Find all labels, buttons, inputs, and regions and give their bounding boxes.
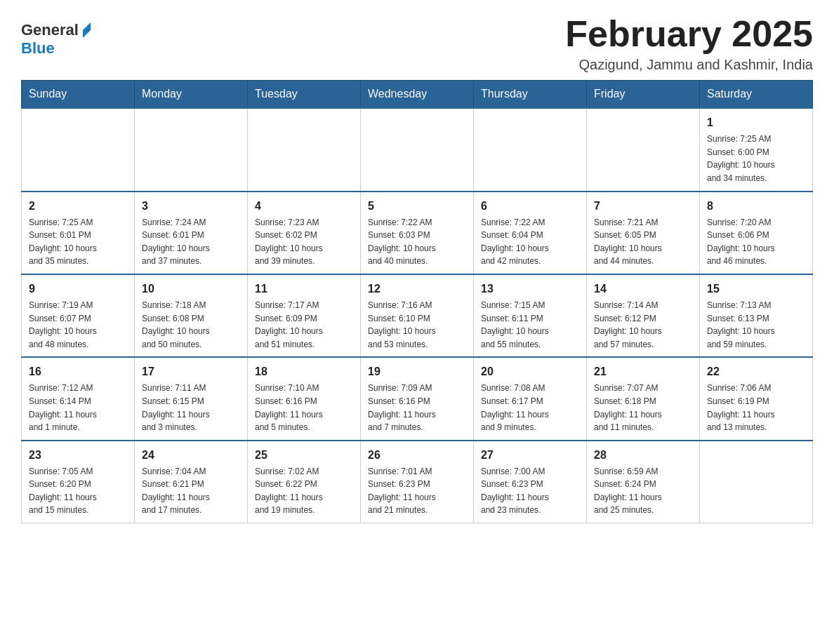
day-info: Sunrise: 7:21 AMSunset: 6:05 PMDaylight:… [594,216,692,268]
day-number: 15 [707,281,805,297]
day-number: 23 [29,447,127,464]
column-header-sunday: Sunday [22,81,135,109]
day-number: 11 [255,281,353,297]
calendar-cell: 10Sunrise: 7:18 AMSunset: 6:08 PMDayligh… [135,274,248,357]
day-number: 6 [481,198,579,215]
calendar-cell [135,108,248,191]
day-info: Sunrise: 7:04 AMSunset: 6:21 PMDaylight:… [142,465,240,517]
day-info: Sunrise: 7:08 AMSunset: 6:17 PMDaylight:… [481,382,579,434]
day-info: Sunrise: 7:15 AMSunset: 6:11 PMDaylight:… [481,299,579,351]
day-number: 16 [29,363,127,380]
day-info: Sunrise: 7:25 AMSunset: 6:00 PMDaylight:… [707,133,805,185]
day-number: 5 [368,198,466,215]
calendar-cell: 14Sunrise: 7:14 AMSunset: 6:12 PMDayligh… [587,274,700,357]
calendar-cell [474,108,587,191]
page-header: General Blue February 2025 Qazigund, Jam… [21,14,813,73]
calendar-table: SundayMondayTuesdayWednesdayThursdayFrid… [21,80,813,523]
logo: General Blue [21,21,91,58]
calendar-cell: 2Sunrise: 7:25 AMSunset: 6:01 PMDaylight… [22,192,135,274]
day-number: 10 [142,281,240,297]
day-info: Sunrise: 7:10 AMSunset: 6:16 PMDaylight:… [255,382,353,434]
calendar-cell: 15Sunrise: 7:13 AMSunset: 6:13 PMDayligh… [700,274,813,357]
day-info: Sunrise: 7:07 AMSunset: 6:18 PMDaylight:… [594,382,692,434]
calendar-week-2: 2Sunrise: 7:25 AMSunset: 6:01 PMDaylight… [22,192,813,274]
day-number: 9 [29,281,127,297]
column-header-monday: Monday [135,81,248,109]
calendar-cell: 28Sunrise: 6:59 AMSunset: 6:24 PMDayligh… [587,441,700,523]
calendar-cell: 25Sunrise: 7:02 AMSunset: 6:22 PMDayligh… [248,441,361,523]
month-title: February 2025 [565,14,813,54]
day-number: 4 [255,198,353,215]
column-header-thursday: Thursday [474,81,587,109]
day-info: Sunrise: 7:02 AMSunset: 6:22 PMDaylight:… [255,465,353,517]
day-number: 28 [594,447,692,464]
calendar-cell: 16Sunrise: 7:12 AMSunset: 6:14 PMDayligh… [22,357,135,440]
day-number: 13 [481,281,579,297]
day-number: 27 [481,447,579,464]
calendar-cell: 7Sunrise: 7:21 AMSunset: 6:05 PMDaylight… [587,192,700,274]
calendar-cell [248,108,361,191]
day-info: Sunrise: 7:23 AMSunset: 6:02 PMDaylight:… [255,216,353,268]
calendar-week-3: 9Sunrise: 7:19 AMSunset: 6:07 PMDaylight… [22,274,813,357]
day-number: 24 [142,447,240,464]
calendar-cell [587,108,700,191]
day-info: Sunrise: 7:06 AMSunset: 6:19 PMDaylight:… [707,382,805,434]
day-info: Sunrise: 7:20 AMSunset: 6:06 PMDaylight:… [707,216,805,268]
calendar-cell [700,441,813,523]
day-info: Sunrise: 7:09 AMSunset: 6:16 PMDaylight:… [368,382,466,434]
calendar-cell: 8Sunrise: 7:20 AMSunset: 6:06 PMDaylight… [700,192,813,274]
calendar-week-5: 23Sunrise: 7:05 AMSunset: 6:20 PMDayligh… [22,441,813,523]
day-info: Sunrise: 7:25 AMSunset: 6:01 PMDaylight:… [29,216,127,268]
calendar-week-4: 16Sunrise: 7:12 AMSunset: 6:14 PMDayligh… [22,357,813,440]
day-number: 7 [594,198,692,215]
day-number: 14 [594,281,692,297]
day-info: Sunrise: 7:05 AMSunset: 6:20 PMDaylight:… [29,465,127,517]
day-number: 22 [707,363,805,380]
calendar-cell: 17Sunrise: 7:11 AMSunset: 6:15 PMDayligh… [135,357,248,440]
calendar-cell: 23Sunrise: 7:05 AMSunset: 6:20 PMDayligh… [22,441,135,523]
day-number: 8 [707,198,805,215]
day-number: 12 [368,281,466,297]
day-info: Sunrise: 7:13 AMSunset: 6:13 PMDaylight:… [707,299,805,351]
day-number: 3 [142,198,240,215]
day-number: 26 [368,447,466,464]
day-info: Sunrise: 7:17 AMSunset: 6:09 PMDaylight:… [255,299,353,351]
day-info: Sunrise: 7:22 AMSunset: 6:04 PMDaylight:… [481,216,579,268]
day-info: Sunrise: 7:18 AMSunset: 6:08 PMDaylight:… [142,299,240,351]
day-info: Sunrise: 7:11 AMSunset: 6:15 PMDaylight:… [142,382,240,434]
calendar-cell: 20Sunrise: 7:08 AMSunset: 6:17 PMDayligh… [474,357,587,440]
calendar-cell: 11Sunrise: 7:17 AMSunset: 6:09 PMDayligh… [248,274,361,357]
calendar-cell: 13Sunrise: 7:15 AMSunset: 6:11 PMDayligh… [474,274,587,357]
calendar-cell: 6Sunrise: 7:22 AMSunset: 6:04 PMDaylight… [474,192,587,274]
calendar-cell: 24Sunrise: 7:04 AMSunset: 6:21 PMDayligh… [135,441,248,523]
day-info: Sunrise: 7:14 AMSunset: 6:12 PMDaylight:… [594,299,692,351]
calendar-cell: 12Sunrise: 7:16 AMSunset: 6:10 PMDayligh… [361,274,474,357]
day-info: Sunrise: 7:12 AMSunset: 6:14 PMDaylight:… [29,382,127,434]
day-number: 21 [594,363,692,380]
day-number: 18 [255,363,353,380]
day-number: 19 [368,363,466,380]
day-info: Sunrise: 7:00 AMSunset: 6:23 PMDaylight:… [481,465,579,517]
column-header-wednesday: Wednesday [361,81,474,109]
calendar-cell: 19Sunrise: 7:09 AMSunset: 6:16 PMDayligh… [361,357,474,440]
calendar-cell: 21Sunrise: 7:07 AMSunset: 6:18 PMDayligh… [587,357,700,440]
calendar-cell: 3Sunrise: 7:24 AMSunset: 6:01 PMDaylight… [135,192,248,274]
calendar-cell: 9Sunrise: 7:19 AMSunset: 6:07 PMDaylight… [22,274,135,357]
calendar-week-1: 1Sunrise: 7:25 AMSunset: 6:00 PMDaylight… [22,108,813,191]
calendar-cell: 4Sunrise: 7:23 AMSunset: 6:02 PMDaylight… [248,192,361,274]
day-info: Sunrise: 6:59 AMSunset: 6:24 PMDaylight:… [594,465,692,517]
calendar-cell: 26Sunrise: 7:01 AMSunset: 6:23 PMDayligh… [361,441,474,523]
logo-blue: Blue [21,39,55,58]
calendar-cell [22,108,135,191]
calendar-cell: 1Sunrise: 7:25 AMSunset: 6:00 PMDaylight… [700,108,813,191]
calendar-header-row: SundayMondayTuesdayWednesdayThursdayFrid… [22,81,813,109]
calendar-cell: 5Sunrise: 7:22 AMSunset: 6:03 PMDaylight… [361,192,474,274]
location-title: Qazigund, Jammu and Kashmir, India [565,57,813,73]
day-info: Sunrise: 7:01 AMSunset: 6:23 PMDaylight:… [368,465,466,517]
day-number: 1 [707,114,805,131]
logo-general: General [21,21,79,39]
day-number: 17 [142,363,240,380]
day-number: 2 [29,198,127,215]
calendar-cell [361,108,474,191]
day-info: Sunrise: 7:16 AMSunset: 6:10 PMDaylight:… [368,299,466,351]
